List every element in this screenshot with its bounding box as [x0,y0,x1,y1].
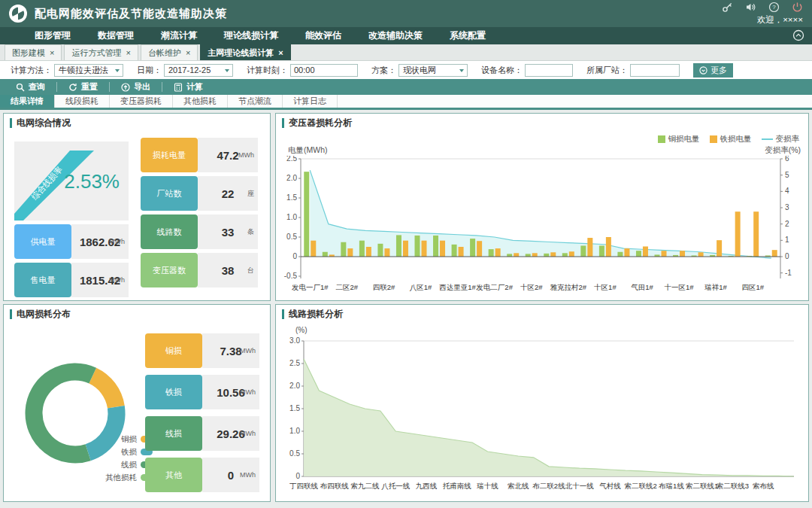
nav-item-data[interactable]: 数据管理 [84,27,147,44]
svg-text:十区1#: 十区1# [594,283,617,291]
nav-item-system[interactable]: 系统配置 [436,27,499,44]
close-icon[interactable]: × [278,45,283,61]
scheme-label: 方案： [371,65,396,76]
svg-text:3: 3 [785,203,789,211]
svg-text:1: 1 [785,236,789,244]
date-select[interactable]: 2017-12-25 [164,64,233,77]
nav-item-efficiency[interactable]: 能效评估 [292,27,355,44]
svg-text:?: ? [772,4,776,11]
svg-text:0.5: 0.5 [286,233,297,241]
calculator-icon [174,83,183,92]
export-icon [121,83,130,92]
welcome-text: 欢迎，×××× [757,14,803,26]
line-count-card: 线路数 33 条 [141,214,258,249]
dashboard: 电网综合情况 综合线损率 2.53% 供电量 1862.62 MWh 售电量 [0,110,812,508]
svg-text:2.5: 2.5 [289,359,300,367]
refresh-icon [68,83,77,92]
line-loss-chart: 3.02.52.01.51.00.50丁四联线布四联线索九二线八托一线九西线托甫… [281,336,803,500]
method-select[interactable]: 牛顿拉夫逊法 [54,64,123,77]
svg-text:布瑞1线: 布瑞1线 [658,482,684,490]
filter-bar: 计算方法： 牛顿拉夫逊法 日期： 2017-12-25 计算时刻： 方案： 现状… [0,61,812,79]
svg-text:气田1#: 气田1# [631,283,653,291]
copper-loss-card: 铜损 7.38 MWh [145,333,259,368]
svg-text:1.5: 1.5 [286,193,297,202]
station-input[interactable] [630,64,680,77]
close-icon[interactable]: × [126,45,130,61]
more-button[interactable]: 更多 [693,63,733,78]
power-icon[interactable] [792,2,803,13]
svg-text:索二联线3: 索二联线3 [717,482,749,490]
app-logo [9,5,27,23]
svg-text:发电二厂2#: 发电二厂2# [476,283,513,291]
svg-text:3.0: 3.0 [289,336,300,345]
chevron-down-icon [459,69,464,72]
key-icon[interactable] [722,2,733,13]
subtab-calc-log[interactable]: 计算日志 [283,95,338,108]
svg-text:索二联线2: 索二联线2 [625,482,657,490]
time-input[interactable] [290,64,358,77]
svg-text:十一区1#: 十一区1# [664,283,694,291]
y-axis-caption: (%) [295,326,308,334]
svg-text:四联2#: 四联2# [373,283,395,291]
subtab-transformer-loss[interactable]: 变压器损耗 [110,95,173,108]
export-button[interactable]: 导出 [110,79,162,95]
iron-loss-card: 铁损 10.56 MWh [145,375,259,409]
tab-ledger-maintenance[interactable]: 台帐维护 × [141,44,198,60]
nav-item-lineloss[interactable]: 理论线损计算 [211,27,292,44]
station-count-card: 厂站数 22 座 [141,176,258,211]
loss-energy-card: 损耗电量 47.2 MWh [141,138,258,172]
svg-text:1.0: 1.0 [286,213,297,221]
svg-text:0: 0 [295,472,300,480]
panel-title: 变压器损耗分析 [289,117,352,129]
svg-text:十区2#: 十区2# [520,283,543,291]
svg-text:发电一厂1#: 发电一厂1# [292,283,329,291]
svg-text:4: 4 [785,187,789,195]
svg-text:-0.5: -0.5 [284,272,298,280]
panel-loss-distribution: 电网损耗分布 铜损 铁损 线损 其他损耗 铜损 7.38 MWh 铁损 10.5… [3,304,271,502]
svg-text:二区2#: 二区2# [336,283,359,291]
main-nav: 图形管理 数据管理 潮流计算 理论线损计算 能效评估 改造辅助决策 系统配置 [0,27,812,44]
scheme-select[interactable]: 现状电网 [398,64,468,77]
svg-text:索九二线: 索九二线 [351,482,380,490]
chevron-down-icon [225,69,229,72]
tab-operation-mode[interactable]: 运行方式管理 × [64,44,138,60]
method-label: 计算方法： [11,65,52,76]
svg-text:2: 2 [785,220,789,228]
nav-item-graphics[interactable]: 图形管理 [21,27,84,44]
svg-text:布四联线: 布四联线 [320,482,350,490]
svg-text:索二联线1: 索二联线1 [686,482,718,490]
subtab-other-loss[interactable]: 其他损耗 [173,95,228,108]
svg-text:0.5: 0.5 [289,449,300,458]
tab-graphic-modeling[interactable]: 图形建模 × [5,44,62,60]
station-label: 所属厂站： [586,65,628,76]
panel-title: 电网综合情况 [17,117,71,129]
overall-loss-rate-value: 2.53% [64,169,120,193]
subtab-result-detail[interactable]: 结果详情 [0,95,55,108]
svg-text:北十一线: 北十一线 [565,482,595,490]
svg-text:0: 0 [292,252,297,260]
result-subtabs: 结果详情 线段损耗 变压器损耗 其他损耗 节点潮流 计算日志 [0,95,812,108]
sold-energy-card: 售电量 1815.42 MWh [14,263,129,297]
close-icon[interactable]: × [186,45,190,61]
nav-item-powerflow[interactable]: 潮流计算 [147,27,211,44]
close-icon[interactable]: × [50,45,54,61]
collapse-up-icon[interactable] [792,29,804,41]
transformer-chart-legend: 铜损电量 铁损电量 变损率 [658,134,800,144]
reset-button[interactable]: 重置 [57,79,109,95]
help-icon[interactable]: ? [768,2,780,13]
time-label: 计算时刻： [247,65,288,76]
left-axis-caption: 电量(MWh) [288,145,328,156]
tab-main-grid-line-loss[interactable]: 主网理论线损计算 × [200,44,290,60]
query-button[interactable]: 查询 [5,79,56,95]
calculate-button[interactable]: 计算 [162,79,214,95]
date-label: 日期： [137,65,162,76]
panel-title: 线路损耗分析 [289,308,343,321]
subtab-segment-loss[interactable]: 线段损耗 [55,95,110,108]
subtab-node-powerflow[interactable]: 节点潮流 [228,95,283,108]
speaker-icon[interactable] [745,2,756,13]
svg-text:九西线: 九西线 [416,482,438,490]
svg-text:丁四联线: 丁四联线 [289,482,319,490]
overall-loss-rate-card: 综合线损率 2.53% [14,141,129,221]
nav-item-retrofit[interactable]: 改造辅助决策 [355,27,436,44]
device-name-input[interactable] [525,64,573,77]
